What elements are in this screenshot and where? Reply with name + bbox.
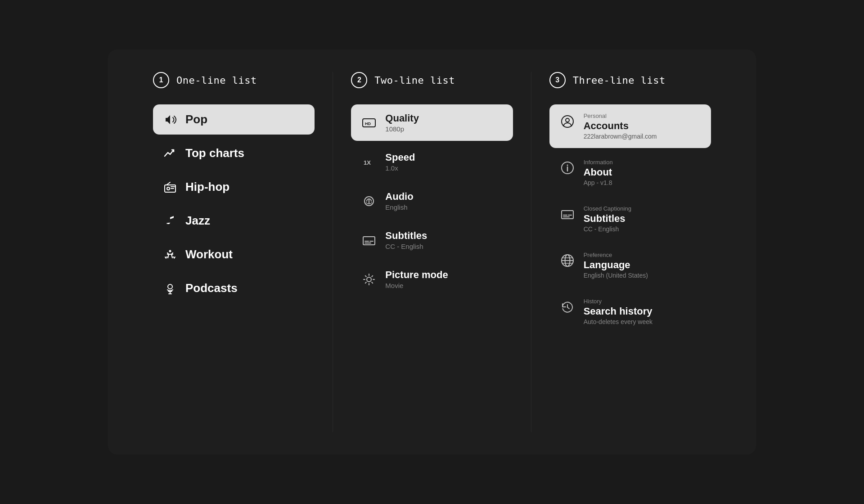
workout-label: Workout — [185, 248, 233, 261]
badge-1: 1 — [153, 72, 169, 88]
search-history-text: History Search history Auto-deletes ever… — [584, 298, 652, 325]
svg-rect-33 — [562, 211, 573, 219]
quality-secondary: 1080p — [385, 125, 419, 133]
workout-icon — [164, 248, 176, 261]
accounts-secondary: 222larabrown@gmail.com — [584, 133, 657, 140]
audio-text: Audio English — [385, 191, 413, 211]
language-secondary: English (United States) — [584, 272, 648, 279]
svg-line-27 — [365, 282, 366, 283]
column-three-line: 3 Three-line list Personal Accounts 222l… — [531, 72, 729, 432]
list-item-subtitles-cc[interactable]: Closed Captioning Subtitles CC - English — [549, 197, 711, 241]
svg-point-7 — [168, 284, 172, 289]
svg-point-32 — [567, 165, 568, 166]
subtitles-cc-tertiary: Closed Captioning — [584, 205, 631, 212]
search-history-primary: Search history — [584, 306, 652, 317]
list-item-search-history[interactable]: History Search history Auto-deletes ever… — [549, 290, 711, 333]
svg-point-4 — [169, 250, 171, 252]
jazz-icon — [164, 215, 176, 227]
subtitles-cc-primary: Subtitles — [584, 213, 631, 225]
picture-mode-text: Picture mode Movie — [385, 269, 448, 289]
column-two-header: 2 Two-line list — [351, 72, 513, 88]
list-item-audio[interactable]: Audio English — [351, 183, 513, 219]
audio-icon — [362, 194, 376, 208]
column-one-header: 1 One-line list — [153, 72, 315, 88]
accounts-primary: Accounts — [584, 120, 657, 132]
hip-hop-label: Hip-hop — [185, 180, 230, 194]
pop-label: Pop — [185, 112, 207, 126]
subtitles-cc-secondary: CC - English — [584, 225, 631, 233]
speed-secondary: 1.0x — [385, 164, 415, 172]
svg-point-19 — [367, 277, 371, 282]
radio-icon — [164, 181, 176, 194]
history-icon — [560, 300, 575, 314]
about-primary: About — [584, 166, 613, 178]
list-item-accounts[interactable]: Personal Accounts 222larabrown@gmail.com — [549, 104, 711, 148]
list-item-picture-mode[interactable]: Picture mode Movie — [351, 261, 513, 297]
column-three-header: 3 Three-line list — [549, 72, 711, 88]
list-item-hip-hop[interactable]: Hip-hop — [153, 172, 315, 202]
svg-line-25 — [372, 282, 373, 283]
podcasts-icon — [164, 282, 176, 295]
header-title-3: Three-line list — [573, 75, 666, 86]
list-item-quality[interactable]: HD Quality 1080p — [351, 104, 513, 141]
globe-icon — [560, 253, 575, 268]
svg-point-29 — [566, 118, 569, 122]
audio-secondary: English — [385, 203, 413, 211]
svg-line-41 — [567, 307, 569, 309]
jazz-label: Jazz — [185, 214, 210, 228]
picture-mode-secondary: Movie — [385, 282, 448, 289]
speed-text: Speed 1.0x — [385, 152, 415, 172]
badge-3: 3 — [549, 72, 566, 88]
speed-icon: 1X — [362, 155, 376, 169]
account-icon — [560, 114, 575, 129]
svg-text:HD: HD — [365, 122, 371, 126]
list-item-top-charts[interactable]: Top charts — [153, 138, 315, 168]
about-text: Information About App - v1.8 — [584, 159, 613, 186]
cc-icon — [560, 207, 575, 221]
language-tertiary: Preference — [584, 252, 648, 258]
main-container: 1 One-line list Pop Top charts — [108, 50, 756, 454]
quality-primary: Quality — [385, 112, 419, 124]
svg-rect-15 — [363, 237, 375, 245]
about-tertiary: Information — [584, 159, 613, 166]
list-item-language[interactable]: Preference Language English (United Stat… — [549, 243, 711, 287]
top-charts-label: Top charts — [185, 146, 244, 160]
search-history-tertiary: History — [584, 298, 652, 305]
subtitles-primary: Subtitles — [385, 230, 427, 242]
subtitles-icon — [362, 233, 376, 248]
trending-icon — [164, 147, 176, 160]
subtitles-secondary: CC - English — [385, 243, 427, 250]
search-history-secondary: Auto-deletes every week — [584, 318, 652, 325]
hd-icon: HD — [362, 116, 376, 130]
list-item-jazz[interactable]: Jazz — [153, 206, 315, 236]
accounts-tertiary: Personal — [584, 112, 657, 119]
list-item-about[interactable]: Information About App - v1.8 — [549, 151, 711, 194]
list-item-pop[interactable]: Pop — [153, 104, 315, 135]
accounts-text: Personal Accounts 222larabrown@gmail.com — [584, 112, 657, 140]
svg-text:1X: 1X — [364, 159, 371, 166]
subtitles-text: Subtitles CC - English — [385, 230, 427, 250]
audio-primary: Audio — [385, 191, 413, 202]
picture-icon — [362, 272, 376, 287]
svg-line-24 — [365, 275, 366, 276]
column-one-line: 1 One-line list Pop Top charts — [135, 72, 333, 432]
picture-mode-primary: Picture mode — [385, 269, 448, 281]
svg-point-1 — [167, 187, 170, 190]
column-two-line: 2 Two-line list HD Quality 1080p 1X — [333, 72, 531, 432]
svg-line-26 — [372, 275, 373, 276]
language-primary: Language — [584, 259, 648, 271]
subtitles-cc-text: Closed Captioning Subtitles CC - English — [584, 205, 631, 233]
header-title-2: Two-line list — [374, 75, 455, 86]
list-item-workout[interactable]: Workout — [153, 239, 315, 270]
about-secondary: App - v1.8 — [584, 179, 613, 186]
badge-2: 2 — [351, 72, 367, 88]
quality-text: Quality 1080p — [385, 112, 419, 133]
list-item-subtitles[interactable]: Subtitles CC - English — [351, 222, 513, 258]
list-item-speed[interactable]: 1X Speed 1.0x — [351, 144, 513, 180]
podcasts-label: Podcasts — [185, 281, 238, 295]
list-item-podcasts[interactable]: Podcasts — [153, 273, 315, 303]
speed-primary: Speed — [385, 152, 415, 163]
speaker-icon — [164, 113, 176, 126]
info-icon — [560, 161, 575, 175]
language-text: Preference Language English (United Stat… — [584, 252, 648, 279]
